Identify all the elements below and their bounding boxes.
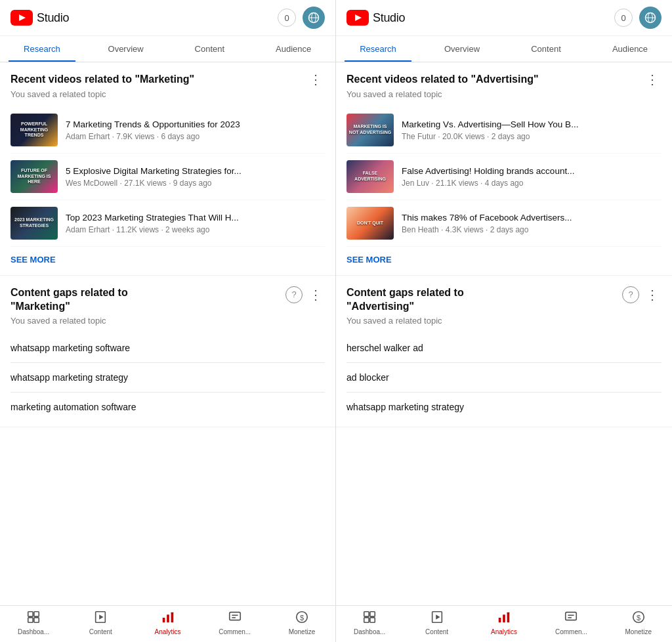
section-header: Content gaps related to"Marketing" ? ⋮ [10, 286, 325, 314]
nav-item-analytics[interactable]: Analytics [471, 610, 537, 635]
svg-rect-33 [566, 612, 577, 620]
header-right: 0 [278, 7, 325, 29]
section-subtitle: You saved a related topic [10, 89, 325, 99]
yt-icon [346, 10, 369, 26]
svg-rect-31 [503, 614, 505, 622]
header: Studio 0 [0, 0, 335, 36]
avatar[interactable] [639, 7, 662, 29]
svg-rect-26 [364, 618, 369, 622]
section-icons: ? ⋮ [285, 286, 325, 303]
comments-nav-icon [564, 610, 578, 626]
video-thumbnail: FUTURE OF MARKETING IS HERE [10, 160, 58, 193]
svg-rect-14 [229, 612, 240, 620]
recent-videos-section: Recent videos related to "Advertising" ⋮… [336, 62, 672, 276]
section-icons: ? ⋮ [622, 286, 662, 303]
notification-badge[interactable]: 0 [614, 9, 633, 27]
tab-research[interactable]: Research [0, 36, 84, 62]
nav-item-monetize[interactable]: $ Monetize [605, 610, 672, 635]
nav-item-comments[interactable]: Commen... [201, 610, 268, 635]
svg-rect-13 [171, 612, 173, 623]
content-nav-icon [93, 610, 108, 626]
avatar[interactable] [303, 7, 325, 29]
nav-item-dashboard[interactable]: Dashboa... [336, 610, 403, 635]
nav-item-dashboard[interactable]: Dashboa... [0, 610, 67, 635]
video-title: False Advertising! Holding brands accoun… [402, 165, 662, 177]
see-more-link[interactable]: SEE MORE [10, 247, 325, 270]
video-item[interactable]: DON'T QUIT This makes 78% of Facebook Ad… [346, 200, 662, 247]
tab-research[interactable]: Research [336, 36, 420, 62]
nav-item-analytics[interactable]: Analytics [134, 610, 201, 635]
section-header: Recent videos related to "Marketing" ⋮ [10, 73, 325, 87]
svg-marker-10 [99, 614, 103, 619]
video-meta: Wes McDowell · 27.1K views · 9 days ago [66, 179, 325, 188]
tab-content[interactable]: Content [168, 36, 252, 62]
svg-rect-30 [499, 618, 501, 622]
svg-rect-27 [370, 618, 375, 622]
section-header: Content gaps related to"Advertising" ? ⋮ [346, 286, 662, 314]
svg-rect-11 [162, 618, 165, 622]
tab-content[interactable]: Content [504, 36, 588, 62]
gap-item[interactable]: ad blocker [346, 363, 662, 393]
dashboard-nav-icon [362, 610, 377, 626]
notification-badge[interactable]: 0 [278, 9, 296, 27]
gap-item[interactable]: herschel walker ad [346, 333, 662, 363]
more-options-icon[interactable]: ⋮ [306, 288, 325, 301]
gap-item[interactable]: whatsapp marketing software [10, 333, 325, 363]
video-item[interactable]: 2023 MARKETING STRATEGIES Top 2023 Marke… [10, 200, 325, 247]
more-options-icon[interactable]: ⋮ [306, 73, 325, 86]
see-more-link[interactable]: SEE MORE [346, 247, 662, 270]
video-thumbnail: FALSE ADVERTISING [346, 160, 394, 193]
thumb-label: DON'T QUIT [346, 207, 394, 240]
youtube-logo [10, 10, 33, 26]
tab-overview[interactable]: Overview [420, 36, 504, 62]
recent-videos-section: Recent videos related to "Marketing" ⋮ Y… [0, 62, 335, 276]
svg-marker-29 [436, 614, 440, 619]
logo-area: Studio [346, 10, 405, 26]
nav-label: Commen... [219, 628, 251, 635]
globe-icon [307, 11, 320, 24]
nav-item-comments[interactable]: Commen... [537, 610, 604, 635]
svg-rect-32 [507, 612, 510, 623]
studio-label: Studio [373, 11, 405, 25]
video-info: Top 2023 Marketing Strategies That Will … [66, 212, 325, 235]
nav-label: Content [425, 628, 448, 635]
panel-left: Studio 0 ResearchOverviewContentAudience… [0, 0, 336, 642]
nav-item-content[interactable]: Content [403, 610, 470, 635]
more-options-icon[interactable]: ⋮ [643, 288, 662, 301]
nav-label: Dashboa... [354, 628, 385, 635]
help-icon[interactable]: ? [285, 286, 303, 303]
nav-label: Dashboa... [18, 628, 49, 635]
thumb-label: FUTURE OF MARKETING IS HERE [10, 160, 58, 193]
tab-overview[interactable]: Overview [84, 36, 168, 62]
svg-rect-25 [370, 612, 375, 616]
more-options-icon[interactable]: ⋮ [643, 73, 662, 86]
tab-audience[interactable]: Audience [251, 36, 335, 62]
video-item[interactable]: MARKETING IS NOT ADVERTISING Marketing V… [346, 107, 662, 154]
video-meta: Ben Heath · 4.3K views · 2 days ago [402, 225, 662, 234]
tab-audience[interactable]: Audience [588, 36, 672, 62]
help-icon[interactable]: ? [622, 286, 639, 303]
video-item[interactable]: FUTURE OF MARKETING IS HERE 5 Explosive … [10, 154, 325, 200]
video-info: False Advertising! Holding brands accoun… [402, 165, 662, 188]
nav-item-monetize[interactable]: $ Monetize [268, 610, 335, 635]
nav-label: Monetize [289, 628, 316, 635]
gap-item[interactable]: whatsapp marketing strategy [346, 393, 662, 421]
section-header: Recent videos related to "Advertising" ⋮ [346, 73, 662, 87]
nav-label: Analytics [155, 628, 181, 635]
video-title: 7 Marketing Trends & Opportunities for 2… [66, 119, 325, 131]
analytics-nav-icon [161, 610, 175, 626]
video-info: This makes 78% of Facebook Advertisers..… [402, 212, 662, 235]
youtube-logo [346, 10, 369, 26]
nav-item-content[interactable]: Content [67, 610, 134, 635]
logo-area: Studio [10, 10, 69, 26]
video-item[interactable]: FALSE ADVERTISING False Advertising! Hol… [346, 154, 662, 200]
content-gaps-title: Content gaps related to"Marketing" [10, 286, 285, 314]
svg-text:$: $ [300, 614, 304, 622]
video-item[interactable]: POWERFUL MARKETING TRENDS 7 Marketing Tr… [10, 107, 325, 154]
gap-item[interactable]: whatsapp marketing strategy [10, 363, 325, 393]
monetize-nav-icon: $ [295, 610, 309, 626]
video-meta: Adam Erhart · 7.9K views · 6 days ago [66, 132, 325, 141]
video-info: 5 Explosive Digital Marketing Strategies… [66, 165, 325, 188]
gap-item[interactable]: marketing automation software [10, 393, 325, 421]
svg-rect-6 [34, 612, 39, 616]
